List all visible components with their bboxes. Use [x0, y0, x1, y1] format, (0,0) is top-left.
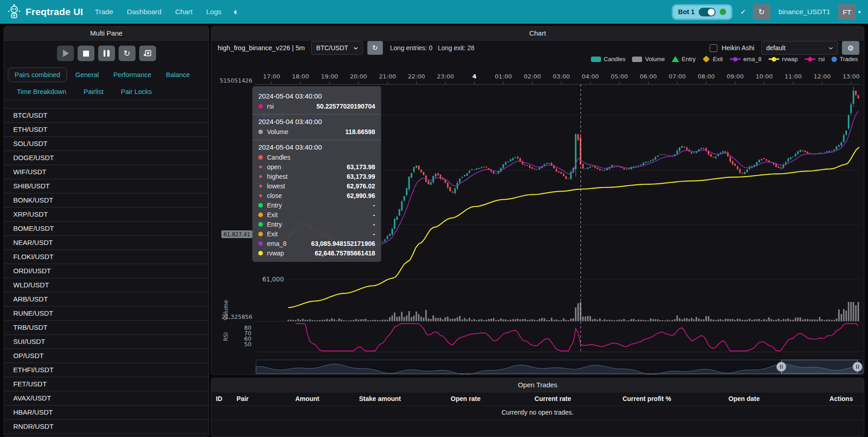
rsi-pane-label: RSI [223, 332, 229, 341]
strategy-timeframe-label: high_frog_binance_v226 | 5m [218, 44, 305, 52]
pair-row-wif[interactable]: WIF/USDT [4, 165, 209, 179]
stop-bot-button[interactable] [78, 46, 94, 61]
pair-row-ordi[interactable]: ORDI/USDT [4, 264, 209, 278]
time-axis-label: 11:00 [784, 73, 801, 80]
nav-item-trade[interactable]: Trade [95, 8, 113, 16]
time-axis-label: 10:00 [756, 73, 773, 80]
pair-row-trb[interactable]: TRB/USDT [4, 321, 209, 335]
refresh-chart-button[interactable]: ↻ [367, 41, 383, 55]
time-axis-label: 4 [472, 73, 476, 80]
tooltip-series-label: highest [267, 173, 288, 180]
tab-time-breakdown[interactable]: Time Breakdown [10, 85, 73, 99]
legend-item-rvwap[interactable]: rvwap [769, 56, 798, 62]
pair-row-fet[interactable]: FET/USDT [4, 377, 209, 391]
tooltip-row-rvwap: rvwap62,648.75785661418 [258, 248, 375, 258]
pair-row-rune[interactable]: RUNE/USDT [4, 307, 209, 321]
heikin-ashi-checkbox[interactable] [710, 44, 717, 52]
time-axis-label: 02:00 [524, 73, 541, 80]
tooltip-series-label: Exit [267, 211, 277, 218]
open-trades-title: Open Trades [211, 378, 864, 392]
chart-tooltip: 2024-05-04 03:40:00rsi50.225770201907042… [252, 86, 381, 262]
online-indicator [720, 9, 726, 15]
start-bot-button[interactable] [57, 46, 74, 61]
bot-toggle[interactable] [699, 8, 716, 16]
reload-config-button[interactable]: ↻ [119, 46, 136, 61]
legend-item-entry[interactable]: Entry [672, 56, 695, 62]
tooltip-series-value: 63,173.99 [347, 173, 375, 180]
pair-row-shib[interactable]: SHIB/USDT [4, 179, 209, 193]
column-header-amount: Amount [277, 395, 338, 402]
time-axis-label: 03:00 [553, 73, 570, 80]
legend-label: ema_8 [743, 56, 762, 62]
tab-balance[interactable]: Balance [160, 68, 196, 82]
pair-row-bonk[interactable]: BONK/USDT [4, 193, 209, 208]
column-header-actions: Actions [791, 395, 862, 402]
pair-row-near[interactable]: NEAR/USDT [4, 236, 209, 250]
pair-row-xrp[interactable]: XRP/USDT [4, 208, 209, 222]
pair-row-sui[interactable]: SUI/USDT [4, 335, 209, 349]
navbar: Freqtrade UI TradeDashboardChartLogs ◐ B… [0, 0, 868, 24]
pair-row-bome[interactable]: BOME/USDT [4, 222, 209, 236]
pair-row-eth[interactable]: ETH/USDT [4, 123, 209, 137]
nav-item-dashboard[interactable]: Dashboard [127, 8, 162, 16]
tooltip-datetime: 2024-05-04 03:40:00 [258, 118, 375, 125]
tab-general[interactable]: General [69, 68, 105, 82]
heikin-ashi-label: Heikin Ashi [722, 44, 754, 52]
theme-toggle-icon[interactable]: ◐ [233, 7, 238, 17]
rsi-axis-label: 60 [244, 335, 251, 342]
avatar-caret-icon[interactable]: ▾ [858, 9, 861, 15]
entry-series-dot-icon [258, 222, 263, 227]
tab-pair-locks[interactable]: Pair Locks [115, 85, 158, 99]
pause-bot-button[interactable] [98, 46, 115, 61]
pair-row-arb[interactable]: ARB/USDT [4, 292, 209, 307]
bot-selector[interactable]: Bot 1 [672, 4, 732, 20]
legend-item-rsi[interactable]: rsi [805, 56, 825, 62]
pair-row-wld[interactable]: WLD/USDT [4, 278, 209, 292]
legend-item-ema_8[interactable]: ema_8 [730, 56, 762, 62]
pair-row-avax[interactable]: AVAX/USDT [4, 391, 209, 406]
tab-performance[interactable]: Performance [107, 68, 158, 82]
tooltip-row-candles: Candles [258, 152, 375, 162]
sidebar-tabs: Pairs combinedGeneralPerformanceBalance … [4, 66, 209, 100]
pair-row-floki[interactable]: FLOKI/USDT [4, 250, 209, 264]
pair-row-doge[interactable]: DOGE/USDT [4, 151, 209, 165]
tooltip-row-close: close62,990.96 [258, 191, 375, 200]
rvwap-series-dot-icon [258, 251, 263, 255]
clear-log-button[interactable] [139, 46, 156, 61]
pair-row-sol[interactable]: SOL/USDT [4, 137, 209, 151]
time-axis-label: 19:00 [321, 73, 338, 80]
chart-controls: high_frog_binance_v226 | 5m BTC/USDT ↻ L… [211, 41, 864, 55]
legend-item-exit[interactable]: Exit [702, 56, 723, 62]
tab-pairs-combined[interactable]: Pairs combined [8, 68, 67, 82]
legend-item-volume[interactable]: Volume [632, 56, 664, 62]
open-trades-header-row: IDPairAmountStake amountOpen rateCurrent… [211, 392, 864, 406]
tooltip-row-entry: Entry- [258, 200, 375, 210]
datazoom-right-handle[interactable] [853, 362, 863, 372]
tab-pairlist[interactable]: Pairlist [77, 85, 110, 99]
tooltip-row-rsi: rsi50.22577020190704 [258, 101, 375, 111]
nav-item-logs[interactable]: Logs [206, 8, 222, 16]
legend-item-trades[interactable]: Trades [831, 56, 858, 62]
refresh-icon: ↻ [123, 49, 130, 57]
pair-row-op[interactable]: OP/USDT [4, 349, 209, 363]
pair-row-ar[interactable]: AR/USDT [4, 434, 209, 437]
tooltip-row-ema_8: ema_863,085.948152171906 [258, 239, 375, 248]
avatar[interactable]: FT [838, 4, 855, 20]
candles-legend-marker-icon [591, 57, 601, 62]
legend-item-candles[interactable]: Candles [591, 56, 626, 62]
pair-row-hbar[interactable]: HBAR/USDT [4, 406, 209, 420]
chevron-down-icon [828, 45, 834, 51]
tooltip-series-label: Candles [267, 154, 290, 161]
reload-button[interactable]: ↻ [753, 4, 770, 20]
pair-row-ethfi[interactable]: ETHFI/USDT [4, 363, 209, 377]
highest-series-dot-icon [259, 175, 262, 178]
pair-row-btc[interactable]: BTC/USDT [4, 109, 209, 123]
pair-select[interactable]: BTC/USDT [311, 41, 363, 55]
datazoom-left-handle[interactable] [777, 362, 786, 372]
plot-config-select[interactable]: default [761, 41, 838, 55]
tooltip-divider [252, 114, 381, 114]
nav-item-chart[interactable]: Chart [175, 8, 193, 16]
plot-settings-button[interactable]: ⚙ [842, 41, 859, 55]
tooltip-series-value: 63,173.98 [347, 163, 375, 171]
pair-row-rndr[interactable]: RNDR/USDT [4, 420, 209, 434]
